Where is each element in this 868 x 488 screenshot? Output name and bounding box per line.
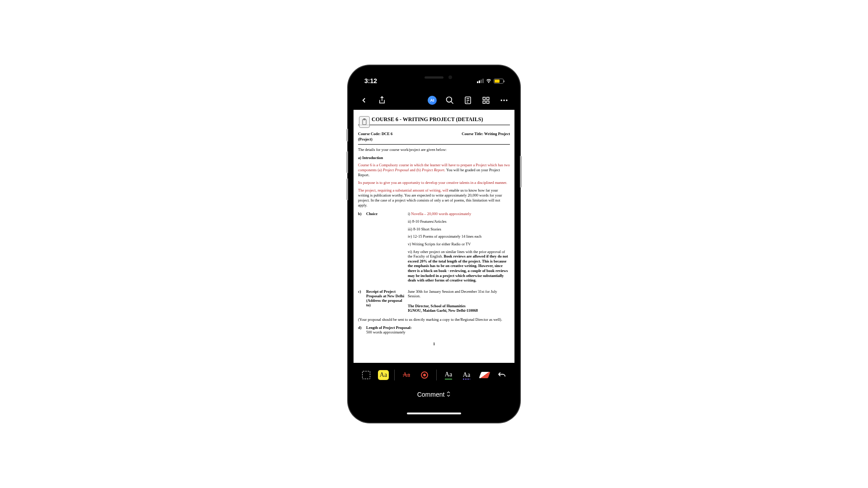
svg-point-0 [447, 97, 452, 103]
svg-point-7 [503, 99, 505, 101]
svg-rect-3 [487, 97, 489, 99]
mode-bar[interactable]: Comment [354, 385, 514, 404]
highlight-tool[interactable]: Aa [378, 370, 389, 380]
section-c-address: The Director, School of Humanities IGNOU… [408, 304, 510, 313]
section-d-content: Length of Project Proposal: 500 words ap… [366, 325, 412, 334]
project-label: (Project) [358, 137, 510, 141]
details-intro: The details for your course work/project… [358, 147, 510, 152]
doc-title: COURSE 6 - WRITING PROJECT (DETAILS) [358, 116, 510, 125]
volume-down [346, 178, 348, 200]
section-d-letter: d) [358, 325, 363, 334]
course-code: Course Code: DCE 6 [358, 131, 392, 136]
para2: Its purpose is to give you an opportunit… [358, 180, 510, 185]
section-b-content: i) Novella – 20,000 words approximately … [408, 211, 510, 286]
undo-button[interactable] [495, 369, 508, 381]
mode-label: Comment [417, 391, 445, 398]
status-right [477, 79, 504, 84]
strikethrough-tool[interactable]: Aa [400, 369, 413, 381]
search-button[interactable] [445, 95, 455, 105]
status-time: 3:12 [364, 77, 377, 84]
back-button[interactable] [359, 95, 369, 105]
outline-button[interactable] [463, 95, 473, 105]
speaker [425, 76, 443, 79]
section-c-note: (Your proposal should be sent to us dire… [358, 317, 510, 322]
notch [393, 71, 475, 84]
course-line: Course Code: DCE 6 Course Title: Writing… [358, 131, 510, 136]
choice-ii: ii) 8-10 Features/Articles [408, 219, 510, 224]
home-indicator[interactable] [407, 413, 461, 414]
wifi-icon [486, 79, 492, 83]
choice-v: v) Writing Scripts for either Radio or T… [408, 242, 510, 247]
svg-rect-2 [483, 97, 485, 99]
svg-point-6 [501, 99, 502, 101]
document-area[interactable]: COURSE 6 - WRITING PROJECT (DETAILS) Cou… [354, 110, 514, 363]
ai-button[interactable]: AI [428, 96, 437, 105]
section-b: b) Choice i) Novella – 20,000 words appr… [358, 211, 510, 286]
section-b-letter: b) [358, 211, 363, 286]
section-c-deadline: June 30th for January Session and Decemb… [408, 289, 510, 298]
choice-list: i) Novella – 20,000 words approximately … [408, 211, 510, 283]
para3: The project, requiring a substantial amo… [358, 188, 510, 208]
choice-vi: vi) Any other project on similar lines w… [408, 249, 510, 283]
section-a-heading: a) Introduction [358, 155, 510, 160]
eraser-tool[interactable] [478, 369, 491, 381]
chevron-updown-icon [446, 391, 451, 398]
choice-i: i) Novella – 20,000 words approximately [408, 211, 510, 216]
app-topbar: AI [354, 91, 514, 110]
divider [358, 144, 510, 145]
squiggle-tool[interactable]: Aa [460, 369, 473, 381]
section-c-letter: c) [358, 289, 363, 313]
front-camera [448, 75, 452, 79]
choice-iv: iv) 12-15 Poems of approximately 14 line… [408, 234, 510, 239]
clipboard-icon[interactable] [359, 116, 370, 128]
select-tool[interactable] [360, 369, 373, 381]
tool-group-left: Aa Aa Aa Aa [360, 369, 491, 381]
section-d: d) Length of Project Proposal: 500 words… [358, 325, 510, 334]
section-b-label: Choice [366, 211, 405, 286]
section-d-label: Length of Project Proposal: [366, 325, 412, 330]
section-c-content: June 30th for January Session and Decemb… [408, 289, 510, 313]
battery-icon [494, 79, 504, 84]
screen: 3:12 AI [354, 71, 514, 417]
more-button[interactable] [499, 95, 509, 105]
tool-divider [436, 370, 437, 380]
para1: Course 6 is a Compulsory course in which… [358, 163, 510, 178]
svg-rect-4 [483, 101, 485, 103]
tool-divider [394, 370, 395, 380]
record-tool[interactable] [418, 369, 431, 381]
page-number: 1 [358, 342, 510, 346]
power-button [520, 156, 522, 188]
underline-tool[interactable]: Aa [442, 369, 455, 381]
course-title: Course Title: Writing Project [462, 131, 510, 136]
section-c-label: Receipt of Project Proposals at New Delh… [366, 289, 405, 313]
battery-fill [495, 80, 500, 83]
section-c: c) Receipt of Project Proposals at New D… [358, 289, 510, 313]
section-d-value: 500 words approximately [366, 330, 412, 334]
svg-rect-5 [487, 101, 489, 103]
share-button[interactable] [377, 95, 387, 105]
signal-icon [477, 79, 484, 83]
annotation-toolbar: Aa Aa Aa Aa [354, 365, 514, 385]
choice-iii: iii) 8-10 Short Stories [408, 227, 510, 232]
svg-point-8 [506, 99, 507, 101]
mute-switch [346, 129, 348, 141]
grid-button[interactable] [481, 95, 491, 105]
volume-up [346, 151, 348, 173]
phone-frame: 3:12 AI [348, 66, 520, 422]
